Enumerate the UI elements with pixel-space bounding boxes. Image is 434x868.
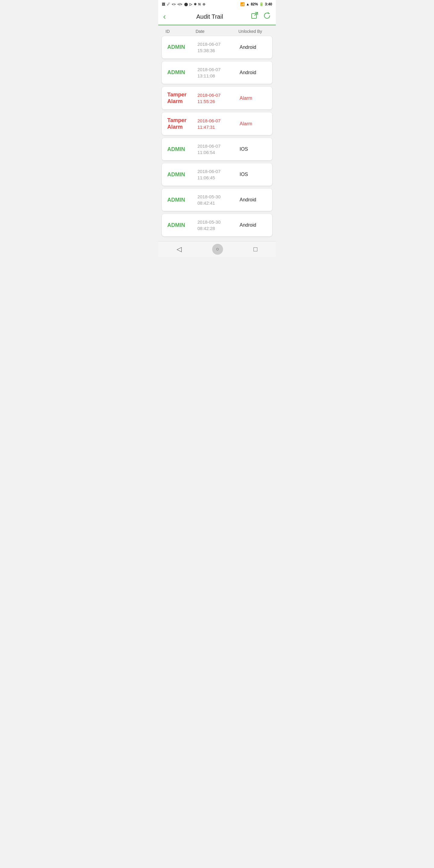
time: 3:40 — [265, 2, 272, 6]
entry-id: Tamper Alarm — [167, 117, 197, 130]
entry-unlocked-by: Android — [240, 44, 267, 50]
entry-unlocked-by: Alarm — [240, 96, 267, 101]
entry-date: 2018-06-07 11:06:45 — [197, 168, 240, 181]
entry-date: 2018-06-07 11:55:26 — [197, 92, 240, 104]
back-button[interactable]: ‹ — [163, 11, 168, 22]
table-row[interactable]: Tamper Alarm2018-06-07 11:55:26Alarm — [162, 87, 272, 110]
battery-icon: 🔋 — [259, 2, 264, 6]
entry-date: 2018-05-30 08:42:28 — [197, 219, 240, 231]
signal-icon: ▲ — [246, 2, 250, 6]
entry-unlocked-by: IOS — [240, 147, 267, 152]
table-row[interactable]: ADMIN2018-06-07 15:38:36Android — [162, 36, 272, 59]
status-icons-left: 🖼 ☄ <> </> ⬤ ▷ ✱ N ⊖ — [162, 2, 205, 6]
photo-icon: 🖼 — [162, 2, 165, 6]
entry-date: 2018-06-07 15:38:36 — [197, 41, 240, 54]
play-icon: ▷ — [190, 2, 192, 6]
entry-date: 2018-05-30 08:42:41 — [197, 193, 240, 206]
table-row[interactable]: ADMIN2018-06-07 13:11:08Android — [162, 61, 272, 84]
entry-unlocked-by: IOS — [240, 172, 267, 177]
audit-list: ADMIN2018-06-07 15:38:36AndroidADMIN2018… — [158, 36, 276, 236]
wifi-icon: 📶 — [240, 2, 245, 6]
col-id-header: ID — [165, 29, 195, 34]
entry-id: ADMIN — [167, 69, 197, 76]
battery-percent: 82% — [251, 2, 258, 6]
status-right: 📶 ▲ 82% 🔋 3:40 — [240, 2, 272, 6]
usb-icon: ☄ — [167, 2, 170, 6]
page-title: Audit Trail — [168, 13, 251, 20]
table-row[interactable]: Tamper Alarm2018-06-07 11:47:31Alarm — [162, 113, 272, 135]
entry-id: ADMIN — [167, 146, 197, 153]
back-nav-button[interactable]: ◁ — [170, 243, 188, 255]
navbar-actions — [251, 12, 271, 22]
bluetooth-icon: ✱ — [194, 2, 196, 6]
recent-nav-button[interactable]: □ — [247, 243, 264, 255]
entry-id: ADMIN — [167, 172, 197, 178]
table-row[interactable]: ADMIN2018-05-30 08:42:41Android — [162, 189, 272, 211]
entry-date: 2018-06-07 11:06:54 — [197, 143, 240, 156]
entry-unlocked-by: Android — [240, 222, 267, 228]
bottom-nav: ◁ ○ □ — [158, 241, 276, 257]
code-icon: <> — [172, 2, 176, 6]
table-row[interactable]: ADMIN2018-06-07 11:06:45IOS — [162, 163, 272, 186]
entry-id: ADMIN — [167, 222, 197, 229]
code2-icon: </> — [178, 2, 182, 6]
navbar: ‹ Audit Trail — [158, 8, 276, 25]
record-icon: ⬤ — [184, 2, 188, 6]
entry-unlocked-by: Android — [240, 70, 267, 75]
col-unlocked-header: Unlocked By — [239, 29, 269, 34]
dnd-icon: ⊖ — [203, 2, 205, 6]
table-row[interactable]: ADMIN2018-05-30 08:42:28Android — [162, 214, 272, 236]
nfc-icon: N — [198, 2, 201, 6]
entry-id: Tamper Alarm — [167, 92, 197, 104]
table-row[interactable]: ADMIN2018-06-07 11:06:54IOS — [162, 138, 272, 160]
entry-id: ADMIN — [167, 197, 197, 204]
export-button[interactable] — [251, 12, 259, 22]
column-headers: ID Date Unlocked By — [158, 25, 276, 36]
entry-date: 2018-06-07 13:11:08 — [197, 66, 240, 79]
entry-unlocked-by: Alarm — [240, 121, 267, 127]
entry-id: ADMIN — [167, 44, 197, 51]
status-bar: 🖼 ☄ <> </> ⬤ ▷ ✱ N ⊖ 📶 ▲ 82% 🔋 3:40 — [158, 0, 276, 8]
refresh-button[interactable] — [263, 12, 271, 22]
home-nav-button[interactable]: ○ — [212, 244, 223, 255]
col-date-header: Date — [195, 29, 239, 34]
entry-date: 2018-06-07 11:47:31 — [197, 118, 240, 130]
entry-unlocked-by: Android — [240, 197, 267, 203]
